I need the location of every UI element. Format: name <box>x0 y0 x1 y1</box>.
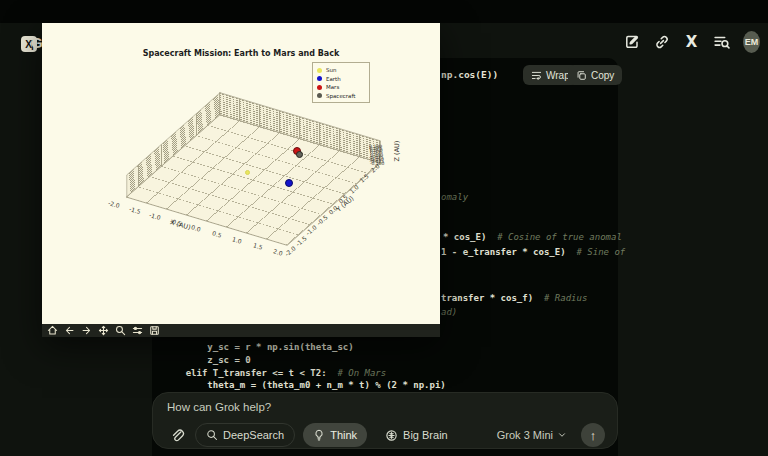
legend-marker-icon <box>317 76 322 81</box>
avatar[interactable]: EM <box>743 33 760 50</box>
model-selector[interactable]: Grok 3 Mini <box>497 429 567 441</box>
code-line: * cos_E) # Cosine of true anomal <box>443 232 622 242</box>
plot-legend: SunEarthMarsSpacecraft <box>312 62 370 103</box>
code-line: transfer * cos_f) # Radius <box>441 293 587 303</box>
toolbar-home-button[interactable] <box>46 325 58 336</box>
x-tick-label: 0.5 <box>211 229 222 238</box>
wrap-icon <box>531 70 542 81</box>
x-tick-label: -1.5 <box>128 205 141 215</box>
deepsearch-button[interactable]: DeepSearch <box>195 423 295 447</box>
toolbar-back-button[interactable] <box>63 325 75 336</box>
paperclip-icon <box>170 428 185 443</box>
x-tick-label: 1.5 <box>252 241 263 250</box>
x-tick-label: 1.0 <box>231 235 242 244</box>
attach-button[interactable] <box>167 423 187 447</box>
code-line: elif T_transfer <= t < T2: # On Mars <box>164 368 386 378</box>
x-tick-label: -1.0 <box>148 211 161 221</box>
x-tick-label: 2.0 <box>272 247 283 256</box>
legend-entry: Sun <box>317 66 365 75</box>
plot-title: Spacecraft Mission: Earth to Mars and Ba… <box>42 49 440 58</box>
legend-entry: Spacecraft <box>317 92 365 101</box>
toolbar-subplots-button[interactable] <box>131 325 143 336</box>
legend-marker-icon <box>317 68 322 73</box>
composer-actions: DeepSearch Think Big Brain Grok 3 Mini ↑ <box>167 423 605 447</box>
code-line: z_sc = 0 <box>164 355 251 365</box>
avatar-initials: EM <box>743 31 760 53</box>
send-button[interactable]: ↑ <box>581 423 605 447</box>
legend-marker-icon <box>317 93 322 98</box>
z-tick-label: -0.100 <box>344 161 384 166</box>
legend-label: Spacecraft <box>326 93 355 99</box>
legend-label: Mars <box>326 84 339 90</box>
z-axis-label: Z (AU) <box>393 141 401 162</box>
code-line: ad) <box>441 307 457 317</box>
search-list-icon[interactable] <box>713 33 730 50</box>
legend-entry: Earth <box>317 75 365 84</box>
matplotlib-toolbar <box>42 324 440 337</box>
x-tick-label: 0.0 <box>190 223 201 232</box>
think-button[interactable]: Think <box>303 423 367 447</box>
sun-marker <box>245 170 250 175</box>
big-brain-icon <box>385 429 398 442</box>
lightbulb-icon <box>313 429 325 441</box>
copy-button[interactable]: Copy <box>568 65 622 85</box>
code-line: omaly <box>441 192 468 202</box>
toolbar-forward-button[interactable] <box>80 325 92 336</box>
toolbar-save-button[interactable] <box>148 325 160 336</box>
legend-marker-icon <box>317 85 322 90</box>
toolbar-pan-button[interactable] <box>97 325 109 336</box>
legend-label: Sun <box>326 67 336 73</box>
big-brain-button[interactable]: Big Brain <box>375 423 458 447</box>
code-line: 1 - e_transfer * cos_E) # Sine of <box>441 247 625 257</box>
prompt-input[interactable]: How can Grok help? <box>167 401 605 417</box>
x-logo[interactable]: X <box>683 33 700 50</box>
code-line: y_sc = r * np.sin(theta_sc) <box>164 342 354 352</box>
compose-icon[interactable] <box>623 33 640 50</box>
figure-canvas[interactable]: Spacecraft Mission: Earth to Mars and Ba… <box>42 23 440 324</box>
toolbar-zoom-button[interactable] <box>114 325 126 336</box>
code-header-text: np.cos(E)) <box>441 69 498 80</box>
top-strip <box>0 0 768 23</box>
x-axis-label: X (AU) <box>169 218 191 231</box>
composer: How can Grok help? DeepSearch Think <box>152 392 618 449</box>
earth-marker <box>285 179 293 187</box>
header-actions: X EM <box>623 33 760 50</box>
legend-entry: Mars <box>317 83 365 92</box>
x-tick-label: -2.0 <box>107 199 120 209</box>
y-tick-label: -2.0 <box>283 245 296 258</box>
legend-label: Earth <box>326 76 341 82</box>
code-line: theta_m = (theta_m0 + n_m * t) % (2 * np… <box>164 380 446 390</box>
copy-icon <box>576 70 587 81</box>
spacecraft-marker <box>296 151 303 158</box>
matplotlib-window: Spacecraft Mission: Earth to Mars and Ba… <box>42 23 440 337</box>
chevron-down-icon <box>557 430 567 440</box>
link-icon[interactable] <box>653 33 670 50</box>
search-icon <box>206 429 218 441</box>
